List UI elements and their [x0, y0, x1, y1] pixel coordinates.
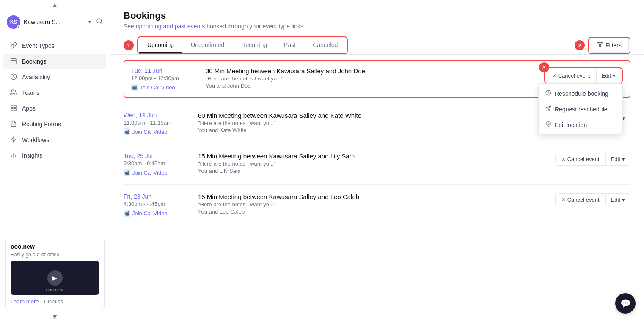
- sidebar-item-label: Teams: [22, 89, 39, 96]
- main-content: Bookings See upcoming and past events bo…: [110, 0, 644, 322]
- chat-button[interactable]: 💬: [615, 293, 636, 314]
- sidebar-item-teams[interactable]: Teams: [3, 85, 106, 100]
- booking-video-link[interactable]: 📹 Join Cal Video: [124, 128, 191, 135]
- sidebar: ▲ KS Kawusara S... ▾ Event Types: [0, 0, 110, 322]
- booking-video-link[interactable]: 📹 Join Cal Video: [124, 210, 191, 217]
- cancel-event-button[interactable]: ✕ Cancel event: [555, 193, 605, 206]
- reschedule-booking-item[interactable]: Reschedule booking: [539, 86, 622, 101]
- cancel-event-button[interactable]: ✕ Cancel event: [546, 69, 596, 82]
- booking-time: 9:30am - 9:45am: [124, 160, 191, 167]
- edit-button[interactable]: Edit ▾: [596, 69, 621, 82]
- tab-unconfirmed[interactable]: Unconfirmed: [182, 38, 233, 53]
- sidebar-item-label: Event Types: [22, 42, 55, 49]
- svg-point-6: [11, 90, 14, 92]
- ooo-banner: ooo.new Easily go out-of-office ▶ ooo.ne…: [5, 238, 105, 310]
- booking-attendees: You and John Doe: [206, 83, 537, 89]
- ooo-video[interactable]: ▶ ooo.new: [11, 261, 99, 295]
- scroll-up-btn[interactable]: ▲: [0, 0, 110, 10]
- video-icon: 📹: [131, 84, 138, 91]
- booking-date-col: Wed, 19 Jun 11:00am - 11:15am 📹 Join Cal…: [124, 112, 191, 135]
- chevron-down-icon[interactable]: ▾: [88, 19, 91, 25]
- link-icon: [10, 42, 18, 50]
- booking-date: Fri, 28 Jun: [124, 193, 191, 200]
- cancel-event-button[interactable]: ✕ Cancel event: [555, 153, 605, 166]
- play-icon: ▶: [47, 270, 63, 286]
- tab-past[interactable]: Past: [275, 38, 304, 53]
- sidebar-item-label: Routing Forms: [22, 121, 61, 128]
- learn-more-link[interactable]: Learn more: [11, 298, 39, 305]
- sidebar-item-routing-forms[interactable]: Routing Forms: [3, 117, 106, 132]
- chevron-down-icon: ▾: [613, 72, 616, 79]
- svg-rect-7: [11, 105, 13, 108]
- tabs-row: 1 Upcoming Unconfirmed Recurring Past Ca…: [110, 30, 644, 55]
- annotation-badge-2: 2: [575, 40, 585, 50]
- svg-point-21: [548, 123, 549, 125]
- sidebar-item-event-types[interactable]: Event Types: [3, 38, 106, 53]
- action-buttons-wrap: ✕ Cancel event Edit ▾: [544, 67, 623, 84]
- booking-time: 11:00am - 11:15am: [124, 119, 191, 126]
- dismiss-button[interactable]: Dismiss: [44, 298, 63, 305]
- sidebar-item-availability[interactable]: Availability: [3, 69, 106, 85]
- sidebar-item-bookings[interactable]: Bookings: [3, 54, 106, 69]
- online-indicator: [17, 25, 20, 29]
- zap-icon: [10, 136, 18, 144]
- chat-icon: 💬: [620, 298, 631, 308]
- booking-notes: "Here are the notes I want yo...": [198, 120, 548, 126]
- booking-attendees: You and Lily Sam: [198, 168, 548, 174]
- svg-rect-9: [11, 108, 13, 111]
- tab-upcoming[interactable]: Upcoming: [139, 38, 182, 53]
- booking-video-link[interactable]: 📹 Join Cal Video: [124, 169, 191, 176]
- ooo-actions: Learn more Dismiss: [11, 298, 99, 305]
- clock-icon: [10, 73, 18, 81]
- booking-info: 60 Min Meeting between Kawusara Salley a…: [198, 112, 548, 133]
- sidebar-item-label: Availability: [22, 74, 50, 80]
- filters-button[interactable]: Filters: [590, 39, 629, 53]
- video-icon: 📹: [124, 128, 130, 135]
- svg-marker-17: [597, 42, 603, 47]
- send-icon: [545, 105, 551, 113]
- booking-actions: ✕ Cancel event Edit ▾: [555, 153, 630, 166]
- page-subtitle: See upcoming and past events booked thro…: [124, 23, 630, 30]
- search-icon[interactable]: [96, 18, 103, 26]
- bar-chart-icon: [10, 152, 18, 159]
- tab-canceled[interactable]: Canceled: [304, 38, 346, 53]
- sidebar-username: Kawusara S...: [24, 19, 85, 25]
- action-buttons: ✕ Cancel event Edit ▾: [546, 69, 621, 82]
- svg-point-0: [97, 19, 102, 23]
- sidebar-item-label: Apps: [22, 105, 36, 112]
- request-reschedule-item[interactable]: Request reschedule: [539, 101, 622, 117]
- booking-date: Wed, 19 Jun: [124, 112, 191, 119]
- upcoming-link[interactable]: upcoming and past events: [136, 23, 205, 30]
- scroll-down-btn[interactable]: ▼: [0, 312, 110, 322]
- booking-video-link[interactable]: 📹 Join Cal Video: [131, 84, 199, 91]
- sidebar-item-apps[interactable]: Apps: [3, 101, 106, 116]
- sidebar-item-label: Insights: [22, 152, 42, 159]
- grid-icon: [10, 105, 18, 112]
- tab-recurring[interactable]: Recurring: [233, 38, 275, 53]
- booking-time: 4:30pm - 4:45pm: [124, 201, 191, 207]
- booking-notes: "Here are the notes I want yo...": [206, 75, 537, 82]
- booking-date-col: Fri, 28 Jun 4:30pm - 4:45pm 📹 Join Cal V…: [124, 193, 191, 217]
- annotation-badge-3: 3: [539, 62, 549, 72]
- filter-icon: [597, 42, 603, 49]
- dropdown-menu: Reschedule booking Request reschedule: [538, 83, 623, 135]
- booking-info: 15 Min Meeting between Kawusara Salley a…: [198, 153, 548, 174]
- svg-rect-8: [14, 105, 16, 108]
- sidebar-item-insights[interactable]: Insights: [3, 148, 106, 163]
- file-icon: [10, 120, 18, 128]
- calendar-icon: [10, 58, 18, 65]
- booking-notes: "Here are the notes I want yo...": [198, 161, 548, 167]
- edit-button[interactable]: Edit ▾: [605, 153, 630, 166]
- map-pin-icon: [545, 121, 551, 128]
- filters-btn-wrap: Filters: [588, 37, 630, 54]
- edit-button[interactable]: Edit ▾: [605, 193, 630, 206]
- x-icon: ✕: [561, 197, 566, 203]
- edit-location-item[interactable]: Edit location: [539, 117, 622, 133]
- booking-date-col: Tue, 25 Jun 9:30am - 9:45am 📹 Join Cal V…: [124, 153, 191, 176]
- x-icon: ✕: [561, 156, 566, 162]
- sidebar-item-workflows[interactable]: Workflows: [3, 132, 106, 147]
- booking-time: 12:00pm - 12:30pm: [131, 75, 199, 81]
- booking-title: 15 Min Meeting between Kawusara Salley a…: [198, 153, 548, 160]
- booking-actions: ✕ Cancel event Edit ▾: [555, 193, 630, 206]
- clock-icon: [545, 90, 551, 97]
